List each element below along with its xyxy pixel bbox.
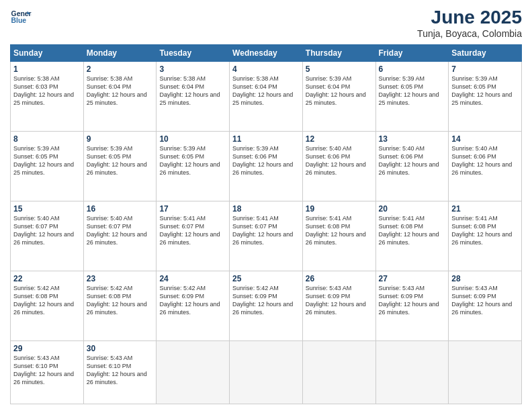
day-info: Sunrise: 5:40 AMSunset: 6:07 PMDaylight:… <box>13 215 74 246</box>
day-number: 28 <box>451 274 519 283</box>
table-row: 29 Sunrise: 5:43 AMSunset: 6:10 PMDaylig… <box>11 340 84 404</box>
day-number: 11 <box>232 134 300 144</box>
table-row: 6 Sunrise: 5:39 AMSunset: 6:05 PMDayligh… <box>375 62 449 132</box>
day-info: Sunrise: 5:40 AMSunset: 6:07 PMDaylight:… <box>87 215 147 246</box>
table-row: 9 Sunrise: 5:39 AMSunset: 6:05 PMDayligh… <box>83 131 157 201</box>
day-number: 26 <box>306 274 373 283</box>
day-number: 3 <box>159 64 226 74</box>
table-row: 11 Sunrise: 5:39 AMSunset: 6:06 PMDaylig… <box>230 131 303 201</box>
day-number: 30 <box>87 344 154 353</box>
table-row: 10 Sunrise: 5:39 AMSunset: 6:05 PMDaylig… <box>157 131 230 201</box>
col-friday: Friday <box>375 45 449 62</box>
day-info: Sunrise: 5:39 AMSunset: 6:04 PMDaylight:… <box>306 75 366 106</box>
table-row: 13 Sunrise: 5:40 AMSunset: 6:06 PMDaylig… <box>375 131 449 201</box>
title-section: June 2025 Tunja, Boyaca, Colombia <box>417 7 522 39</box>
day-number: 1 <box>13 64 81 74</box>
day-number: 17 <box>159 204 226 214</box>
table-row: 27 Sunrise: 5:43 AMSunset: 6:09 PMDaylig… <box>375 271 449 340</box>
page: General Blue June 2025 Tunja, Boyaca, Co… <box>0 0 532 411</box>
day-number: 18 <box>232 204 300 214</box>
day-info: Sunrise: 5:42 AMSunset: 6:08 PMDaylight:… <box>13 285 74 316</box>
day-number: 27 <box>379 274 446 283</box>
logo-icon: General Blue <box>10 7 32 28</box>
day-number: 9 <box>87 134 154 144</box>
subtitle: Tunja, Boyaca, Colombia <box>417 28 522 39</box>
day-number: 4 <box>232 64 300 74</box>
day-number: 13 <box>379 134 446 144</box>
table-row: 16 Sunrise: 5:40 AMSunset: 6:07 PMDaylig… <box>83 201 157 271</box>
table-row: 20 Sunrise: 5:41 AMSunset: 6:08 PMDaylig… <box>375 201 449 271</box>
day-number: 8 <box>13 134 81 144</box>
day-info: Sunrise: 5:39 AMSunset: 6:05 PMDaylight:… <box>379 75 439 106</box>
table-row: 26 Sunrise: 5:43 AMSunset: 6:09 PMDaylig… <box>302 271 375 340</box>
day-number: 20 <box>379 204 446 214</box>
calendar-header-row: Sunday Monday Tuesday Wednesday Thursday… <box>11 45 522 62</box>
day-info: Sunrise: 5:39 AMSunset: 6:05 PMDaylight:… <box>159 145 220 176</box>
day-number: 24 <box>159 274 226 283</box>
day-info: Sunrise: 5:43 AMSunset: 6:10 PMDaylight:… <box>13 355 74 385</box>
table-row: 4 Sunrise: 5:38 AMSunset: 6:04 PMDayligh… <box>230 62 303 132</box>
day-info: Sunrise: 5:43 AMSunset: 6:09 PMDaylight:… <box>306 285 366 316</box>
table-row <box>230 340 303 404</box>
day-info: Sunrise: 5:43 AMSunset: 6:09 PMDaylight:… <box>451 285 512 316</box>
table-row: 2 Sunrise: 5:38 AMSunset: 6:04 PMDayligh… <box>83 62 157 132</box>
table-row: 21 Sunrise: 5:41 AMSunset: 6:08 PMDaylig… <box>449 201 522 271</box>
calendar-week-row: 22 Sunrise: 5:42 AMSunset: 6:08 PMDaylig… <box>11 271 522 340</box>
day-info: Sunrise: 5:42 AMSunset: 6:08 PMDaylight:… <box>87 285 147 316</box>
day-info: Sunrise: 5:38 AMSunset: 6:04 PMDaylight:… <box>232 75 293 106</box>
day-number: 10 <box>159 134 226 144</box>
day-info: Sunrise: 5:39 AMSunset: 6:05 PMDaylight:… <box>451 75 512 106</box>
day-info: Sunrise: 5:40 AMSunset: 6:06 PMDaylight:… <box>451 145 512 176</box>
day-number: 15 <box>13 204 81 214</box>
header: General Blue June 2025 Tunja, Boyaca, Co… <box>10 7 522 39</box>
day-number: 22 <box>13 274 81 283</box>
day-info: Sunrise: 5:41 AMSunset: 6:08 PMDaylight:… <box>379 215 439 246</box>
main-title: June 2025 <box>417 7 522 28</box>
table-row: 1 Sunrise: 5:38 AMSunset: 6:03 PMDayligh… <box>11 62 84 132</box>
col-thursday: Thursday <box>302 45 375 62</box>
day-number: 19 <box>306 204 373 214</box>
table-row: 3 Sunrise: 5:38 AMSunset: 6:04 PMDayligh… <box>157 62 230 132</box>
day-number: 16 <box>87 204 154 214</box>
table-row: 24 Sunrise: 5:42 AMSunset: 6:09 PMDaylig… <box>157 271 230 340</box>
day-number: 29 <box>13 344 81 353</box>
table-row: 7 Sunrise: 5:39 AMSunset: 6:05 PMDayligh… <box>449 62 522 132</box>
day-number: 14 <box>451 134 519 144</box>
table-row <box>449 340 522 404</box>
table-row: 14 Sunrise: 5:40 AMSunset: 6:06 PMDaylig… <box>449 131 522 201</box>
table-row <box>375 340 449 404</box>
col-tuesday: Tuesday <box>157 45 230 62</box>
day-number: 2 <box>87 64 154 74</box>
day-number: 21 <box>451 204 519 214</box>
day-info: Sunrise: 5:39 AMSunset: 6:06 PMDaylight:… <box>232 145 293 176</box>
day-info: Sunrise: 5:40 AMSunset: 6:06 PMDaylight:… <box>379 145 439 176</box>
logo: General Blue <box>10 7 32 28</box>
table-row: 12 Sunrise: 5:40 AMSunset: 6:06 PMDaylig… <box>302 131 375 201</box>
day-info: Sunrise: 5:41 AMSunset: 6:08 PMDaylight:… <box>451 215 512 246</box>
table-row: 28 Sunrise: 5:43 AMSunset: 6:09 PMDaylig… <box>449 271 522 340</box>
col-sunday: Sunday <box>11 45 84 62</box>
day-info: Sunrise: 5:42 AMSunset: 6:09 PMDaylight:… <box>232 285 293 316</box>
table-row: 30 Sunrise: 5:43 AMSunset: 6:10 PMDaylig… <box>83 340 157 404</box>
day-info: Sunrise: 5:39 AMSunset: 6:05 PMDaylight:… <box>87 145 147 176</box>
day-info: Sunrise: 5:42 AMSunset: 6:09 PMDaylight:… <box>159 285 220 316</box>
table-row <box>157 340 230 404</box>
table-row <box>302 340 375 404</box>
col-monday: Monday <box>83 45 157 62</box>
table-row: 19 Sunrise: 5:41 AMSunset: 6:08 PMDaylig… <box>302 201 375 271</box>
table-row: 15 Sunrise: 5:40 AMSunset: 6:07 PMDaylig… <box>11 201 84 271</box>
day-info: Sunrise: 5:38 AMSunset: 6:04 PMDaylight:… <box>87 75 147 106</box>
table-row: 22 Sunrise: 5:42 AMSunset: 6:08 PMDaylig… <box>11 271 84 340</box>
day-info: Sunrise: 5:38 AMSunset: 6:03 PMDaylight:… <box>13 75 74 106</box>
day-number: 6 <box>379 64 446 74</box>
table-row: 23 Sunrise: 5:42 AMSunset: 6:08 PMDaylig… <box>83 271 157 340</box>
calendar-week-row: 8 Sunrise: 5:39 AMSunset: 6:05 PMDayligh… <box>11 131 522 201</box>
table-row: 18 Sunrise: 5:41 AMSunset: 6:07 PMDaylig… <box>230 201 303 271</box>
calendar-week-row: 1 Sunrise: 5:38 AMSunset: 6:03 PMDayligh… <box>11 62 522 132</box>
day-info: Sunrise: 5:39 AMSunset: 6:05 PMDaylight:… <box>13 145 74 176</box>
calendar-table: Sunday Monday Tuesday Wednesday Thursday… <box>10 44 522 404</box>
day-info: Sunrise: 5:40 AMSunset: 6:06 PMDaylight:… <box>306 145 366 176</box>
day-number: 23 <box>87 274 154 283</box>
table-row: 25 Sunrise: 5:42 AMSunset: 6:09 PMDaylig… <box>230 271 303 340</box>
day-number: 5 <box>306 64 373 74</box>
